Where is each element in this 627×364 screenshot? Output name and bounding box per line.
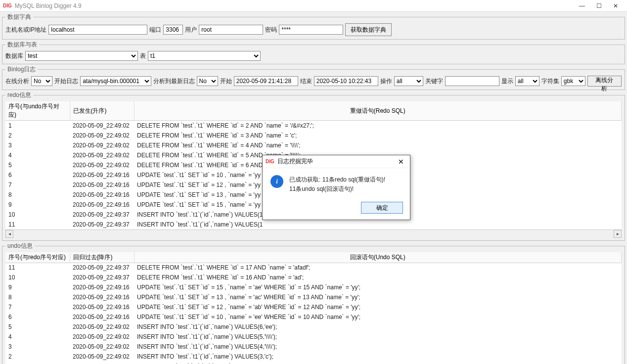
undo-col-time[interactable]: 回归过去(降序) xyxy=(70,252,134,263)
redo-col-sql[interactable]: 重做语句(Redo SQL) xyxy=(134,101,622,121)
dialog-message-line2: 11条undo sql(回滚语句)! xyxy=(289,184,385,194)
cell-time: 2020-05-09_22:49:02 xyxy=(70,332,134,342)
cell-seq: 2 xyxy=(5,352,70,362)
cell-sql: UPDATE `test`.`t1` SET `id` = 13 , `name… xyxy=(134,292,622,302)
dialog-ok-button[interactable]: 确定 xyxy=(361,202,403,214)
cell-time: 2020-05-09_22:49:02 xyxy=(70,342,134,352)
operation-label: 操作 xyxy=(380,77,392,86)
cell-sql: INSERT INTO `test`.`t1`(`id`,`name`) VAL… xyxy=(134,352,622,362)
cell-seq: 7 xyxy=(5,302,70,312)
cell-seq: 9 xyxy=(5,200,70,210)
table-row[interactable]: 12020-05-09_22:49:02DELETE FROM `test`.`… xyxy=(5,121,622,131)
table-row[interactable]: 102020-05-09_22:49:37DELETE FROM `test`.… xyxy=(5,273,622,282)
keyword-input[interactable] xyxy=(445,76,499,86)
host-input[interactable] xyxy=(48,25,147,35)
cell-time: 2020-05-09_22:49:16 xyxy=(70,292,134,302)
table-row[interactable]: 42020-05-09_22:49:02INSERT INTO `test`.`… xyxy=(5,332,622,342)
table-row[interactable]: 112020-05-09_22:49:37DELETE FROM `test`.… xyxy=(5,263,622,273)
show-select[interactable]: all xyxy=(515,76,539,86)
user-label: 用户 xyxy=(185,26,197,34)
dialog-close-icon[interactable]: ✕ xyxy=(395,158,407,166)
redo-scrollbar[interactable]: ◂ ▸ xyxy=(5,229,622,237)
cell-seq: 2 xyxy=(5,131,70,140)
scroll-left-icon[interactable]: ◂ xyxy=(5,230,13,238)
close-button[interactable]: ✕ xyxy=(607,0,624,12)
undo-col-seq[interactable]: 序号(与redo序号对应) xyxy=(5,252,70,263)
table-row[interactable]: 12020-05-09_22:49:02INSERT INTO `test`.`… xyxy=(5,362,622,364)
password-input[interactable] xyxy=(279,25,343,35)
table-row[interactable]: 22020-05-09_22:49:02INSERT INTO `test`.`… xyxy=(5,352,622,362)
table-row[interactable]: 32020-05-09_22:49:02DELETE FROM `test`.`… xyxy=(5,140,622,150)
database-label: 数据库 xyxy=(5,52,23,60)
cell-time: 2020-05-09_22:49:37 xyxy=(70,263,134,273)
cell-sql: UPDATE `test`.`t1` SET `id` = 10 , `name… xyxy=(134,312,622,322)
undo-legend: undo信息 xyxy=(5,242,35,250)
operation-select[interactable]: all xyxy=(394,76,423,86)
completion-dialog: DIG 日志挖掘完毕 ✕ i 已成功获取: 11条redo sql(重做语句)!… xyxy=(262,155,410,220)
online-analysis-select[interactable]: No xyxy=(31,76,52,86)
table-label: 表 xyxy=(140,52,146,60)
database-select[interactable]: test xyxy=(25,51,138,61)
cell-seq: 4 xyxy=(5,150,70,160)
to-latest-select[interactable]: No xyxy=(197,76,218,86)
online-analysis-label: 在线分析 xyxy=(5,77,29,86)
cell-time: 2020-05-09_22:49:02 xyxy=(70,150,134,160)
cell-sql: INSERT INTO `test`.`t1`(`id`,`name`) VAL… xyxy=(134,362,622,364)
table-row[interactable]: 22020-05-09_22:49:02DELETE FROM `test`.`… xyxy=(5,131,622,140)
fetch-dictionary-button[interactable]: 获取数据字典 xyxy=(345,23,392,36)
password-label: 密码 xyxy=(265,26,277,34)
table-row[interactable]: 112020-05-09_22:49:37INSERT INTO `test`.… xyxy=(5,220,622,229)
cell-time: 2020-05-09_22:49:16 xyxy=(70,170,134,180)
app-logo: DIG xyxy=(3,3,12,8)
redo-col-time[interactable]: 已发生(升序) xyxy=(70,101,134,121)
minimize-button[interactable]: — xyxy=(574,0,590,12)
cell-seq: 3 xyxy=(5,342,70,352)
charset-select[interactable]: gbk xyxy=(561,76,585,86)
cell-seq: 1 xyxy=(5,362,70,364)
cell-time: 2020-05-09_22:49:16 xyxy=(70,190,134,200)
cell-seq: 9 xyxy=(5,282,70,292)
binlog-group: Binlog日志 在线分析 No 开始日志 ata/mysql-bin.0000… xyxy=(2,65,625,90)
dialog-titlebar[interactable]: DIG 日志挖掘完毕 ✕ xyxy=(263,155,410,168)
table-row[interactable]: 82020-05-09_22:49:16UPDATE `test`.`t1` S… xyxy=(5,292,622,302)
cell-seq: 11 xyxy=(5,263,70,273)
redo-col-seq[interactable]: 序号(与undo序号对应) xyxy=(5,101,70,121)
cell-sql: UPDATE `test`.`t1` SET `id` = 12 , `name… xyxy=(134,302,622,312)
table-select[interactable]: t1 xyxy=(148,51,261,61)
table-row[interactable]: 72020-05-09_22:49:16UPDATE `test`.`t1` S… xyxy=(5,302,622,312)
cell-time: 2020-05-09_22:49:16 xyxy=(70,282,134,292)
cell-sql: INSERT INTO `test`.`t1`(`id`,`name`) VAL… xyxy=(134,342,622,352)
host-label: 主机名或IP地址 xyxy=(5,26,46,34)
maximize-button[interactable]: ☐ xyxy=(590,0,607,12)
table-row[interactable]: 92020-05-09_22:49:16UPDATE `test`.`t1` S… xyxy=(5,282,622,292)
cell-time: 2020-05-09_22:49:02 xyxy=(70,140,134,150)
app-title: MySQL Binlog Digger 4.9 xyxy=(15,2,82,9)
data-dictionary-legend: 数据字典 xyxy=(5,13,33,21)
end-time-label: 结束 xyxy=(300,77,312,86)
cell-seq: 10 xyxy=(5,210,70,220)
cell-time: 2020-05-09_22:49:37 xyxy=(70,273,134,282)
end-time-input[interactable] xyxy=(314,76,378,86)
cell-seq: 5 xyxy=(5,160,70,170)
cell-time: 2020-05-09_22:49:02 xyxy=(70,121,134,131)
offline-analysis-button[interactable]: 离线分析 xyxy=(587,76,622,87)
cell-sql: DELETE FROM `test`.`t1` WHERE `id` = 17 … xyxy=(134,263,622,273)
start-log-select[interactable]: ata/mysql-bin.000001 xyxy=(80,76,151,86)
table-row[interactable]: 32020-05-09_22:49:02INSERT INTO `test`.`… xyxy=(5,342,622,352)
table-row[interactable]: 52020-05-09_22:49:02INSERT INTO `test`.`… xyxy=(5,322,622,332)
start-time-input[interactable] xyxy=(234,76,298,86)
cell-seq: 11 xyxy=(5,220,70,229)
scroll-right-icon[interactable]: ▸ xyxy=(614,230,622,238)
cell-time: 2020-05-09_22:49:16 xyxy=(70,302,134,312)
user-input[interactable] xyxy=(199,25,263,35)
cell-sql: DELETE FROM `test`.`t1` WHERE `id` = 16 … xyxy=(134,273,622,282)
cell-sql: INSERT INTO `test`.`t1`(`id`,`name`) VAL… xyxy=(134,332,622,342)
undo-col-sql[interactable]: 回滚语句(Undo SQL) xyxy=(134,252,622,263)
data-dictionary-group: 数据字典 主机名或IP地址 端口 用户 密码 获取数据字典 xyxy=(2,13,625,40)
cell-sql: INSERT INTO `test`.`t1`(`id`,`name`) VAL… xyxy=(134,220,622,229)
port-input[interactable] xyxy=(163,25,183,35)
table-row[interactable]: 62020-05-09_22:49:16UPDATE `test`.`t1` S… xyxy=(5,312,622,322)
cell-sql: DELETE FROM `test`.`t1` WHERE `id` = 2 A… xyxy=(134,121,622,131)
port-label: 端口 xyxy=(149,26,161,34)
to-latest-label: 分析到最新日志 xyxy=(153,77,195,86)
